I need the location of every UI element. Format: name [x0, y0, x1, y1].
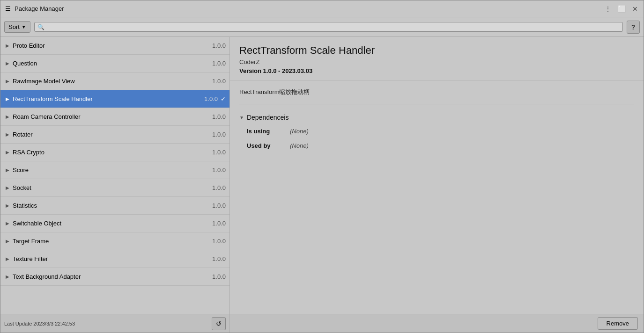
- help-button[interactable]: ?: [627, 21, 640, 34]
- expand-icon: ▶: [4, 203, 11, 209]
- item-version: 1.0.0: [212, 238, 226, 245]
- list-item[interactable]: ▶Target Frame1.0.0: [0, 232, 229, 250]
- main-content: ▶Proto Editor1.0.0▶Question1.0.0▶RawImag…: [0, 37, 644, 333]
- item-name: Text Background Adapter: [13, 273, 208, 280]
- item-name: Question: [13, 60, 208, 67]
- expand-icon: ▶: [4, 149, 11, 156]
- item-name: Socket: [13, 184, 208, 191]
- expand-icon: ▶: [4, 78, 11, 85]
- item-version: 1.0.0: [212, 166, 226, 174]
- installed-checkmark: ✓: [221, 95, 226, 102]
- title-bar-controls: ⋮ ⬜ ✕: [603, 4, 640, 14]
- dependencies-collapse-icon[interactable]: ▼: [239, 115, 244, 120]
- package-list-panel: ▶Proto Editor1.0.0▶Question1.0.0▶RawImag…: [0, 37, 230, 333]
- search-input[interactable]: [46, 23, 620, 30]
- item-version: 1.0.0: [212, 42, 226, 49]
- sort-arrow-icon: ▼: [22, 24, 26, 29]
- expand-icon: ▶: [4, 167, 11, 174]
- expand-icon: ▶: [4, 131, 11, 138]
- dependencies-title: Dependenceis: [247, 114, 289, 121]
- expand-icon: ▶: [4, 274, 11, 280]
- dependencies-section: ▼ Dependenceis Is using (None) Used by (…: [239, 114, 634, 149]
- list-item[interactable]: ▶Text Background Adapter1.0.0: [0, 268, 229, 286]
- detail-title: RectTransform Scale Handler: [239, 44, 634, 57]
- item-name: Proto Editor: [13, 42, 208, 49]
- expand-icon: ▶: [4, 96, 11, 102]
- search-container: 🔍: [34, 22, 623, 32]
- list-item[interactable]: ▶Rotater1.0.0: [0, 126, 229, 144]
- item-name: Statistics: [13, 202, 208, 209]
- used-by-value: (None): [290, 142, 309, 149]
- list-item[interactable]: ▶RawImage Model View1.0.0: [0, 72, 229, 90]
- list-item[interactable]: ▶RectTransform Scale Handler1.0.0✓: [0, 90, 229, 108]
- last-update-text: Last Update 2023/3/3 22:42:53: [4, 321, 75, 326]
- window-icon: ☰: [4, 5, 12, 13]
- list-item[interactable]: ▶Statistics1.0.0: [0, 197, 229, 215]
- list-item[interactable]: ▶RSA Crypto1.0.0: [0, 144, 229, 161]
- list-item[interactable]: ▶Roam Camera Controller1.0.0: [0, 108, 229, 126]
- used-by-row: Used by (None): [239, 142, 634, 149]
- sort-button[interactable]: Sort ▼: [4, 21, 30, 33]
- used-by-label: Used by: [247, 142, 284, 149]
- list-item[interactable]: ▶Socket1.0.0: [0, 179, 229, 197]
- item-name: RectTransform Scale Handler: [13, 95, 200, 102]
- search-icon: 🔍: [37, 24, 44, 30]
- list-footer: Last Update 2023/3/3 22:42:53 ↺: [0, 314, 229, 333]
- item-name: Rotater: [13, 131, 208, 138]
- detail-panel: RectTransform Scale Handler CoderZ Versi…: [230, 37, 644, 333]
- detail-body: RectTransform缩放拖动柄 ▼ Dependenceis Is usi…: [230, 80, 644, 314]
- detail-footer: Remove: [230, 314, 644, 333]
- expand-icon: ▶: [4, 256, 11, 262]
- toolbar: Sort ▼ 🔍 ?: [0, 17, 644, 37]
- expand-icon: ▶: [4, 60, 11, 67]
- list-item[interactable]: ▶Score1.0.0: [0, 161, 229, 179]
- expand-icon: ▶: [4, 220, 11, 227]
- close-button[interactable]: ✕: [630, 4, 640, 14]
- maximize-button[interactable]: ⬜: [616, 4, 628, 14]
- dependencies-header: ▼ Dependenceis: [239, 114, 634, 121]
- item-version: 1.0.0: [212, 202, 226, 209]
- detail-description: RectTransform缩放拖动柄: [239, 88, 634, 104]
- list-item[interactable]: ▶Switchable Object1.0.0: [0, 215, 229, 232]
- item-name: Roam Camera Controller: [13, 113, 208, 120]
- item-name: Texture Filter: [13, 255, 208, 262]
- detail-header: RectTransform Scale Handler CoderZ Versi…: [230, 37, 644, 80]
- list-item[interactable]: ▶Texture Filter1.0.0: [0, 250, 229, 268]
- item-version: 1.0.0: [212, 255, 226, 262]
- window-title: Package Manager: [15, 5, 603, 12]
- item-version: 1.0.0: [212, 131, 226, 138]
- item-name: Switchable Object: [13, 220, 208, 227]
- package-list: ▶Proto Editor1.0.0▶Question1.0.0▶RawImag…: [0, 37, 229, 314]
- expand-icon: ▶: [4, 185, 11, 191]
- item-name: RSA Crypto: [13, 149, 208, 156]
- is-using-row: Is using (None): [239, 128, 634, 135]
- item-version: 1.0.0: [212, 113, 226, 120]
- expand-icon: ▶: [4, 43, 11, 49]
- list-item[interactable]: ▶Question1.0.0: [0, 55, 229, 72]
- refresh-button[interactable]: ↺: [212, 317, 226, 330]
- is-using-label: Is using: [247, 128, 284, 135]
- expand-icon: ▶: [4, 238, 11, 245]
- more-options-icon[interactable]: ⋮: [603, 4, 613, 14]
- expand-icon: ▶: [4, 114, 11, 120]
- item-version: 1.0.0: [212, 184, 226, 191]
- item-version: 1.0.0: [212, 149, 226, 156]
- item-version: 1.0.0: [212, 220, 226, 227]
- package-manager-window: ☰ Package Manager ⋮ ⬜ ✕ Sort ▼ 🔍 ? ▶Prot…: [0, 0, 644, 333]
- item-name: Target Frame: [13, 238, 208, 245]
- sort-label: Sort: [8, 23, 20, 30]
- remove-button[interactable]: Remove: [598, 317, 638, 330]
- title-bar: ☰ Package Manager ⋮ ⬜ ✕: [0, 0, 644, 17]
- item-name: Score: [13, 166, 208, 174]
- list-item[interactable]: ▶Proto Editor1.0.0: [0, 37, 229, 55]
- item-version: 1.0.0: [212, 60, 226, 67]
- item-version: 1.0.0: [212, 78, 226, 85]
- item-name: RawImage Model View: [13, 78, 208, 85]
- is-using-value: (None): [290, 128, 309, 135]
- item-version: 1.0.0: [212, 273, 226, 280]
- detail-version: Version 1.0.0 - 2023.03.03: [239, 67, 634, 74]
- detail-author: CoderZ: [239, 58, 634, 65]
- item-version: 1.0.0: [204, 95, 218, 102]
